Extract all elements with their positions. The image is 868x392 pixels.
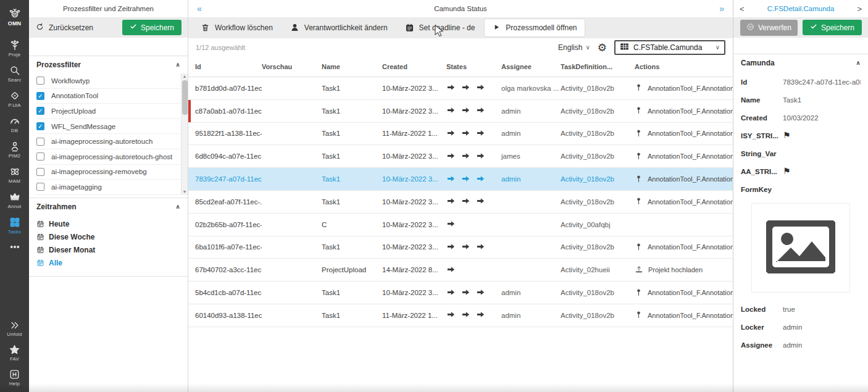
filter-option-wfl-sendmessage[interactable]: ✓WFL_SendMessage [36, 119, 180, 135]
column-header-states[interactable]: States [446, 63, 501, 70]
sidebar-item-searc[interactable]: Searc [0, 60, 29, 86]
table-view-select[interactable]: C.FSTable.Camunda ∨ [614, 40, 725, 55]
column-header-vorschau[interactable]: Vorschau [262, 63, 322, 70]
sidebar-item-db[interactable]: DB [0, 111, 29, 136]
row-action[interactable]: AnnotationTool_F.AnnotationTool_Op... [635, 197, 733, 206]
time-option-alle[interactable]: Alle [36, 257, 188, 270]
table-row[interactable]: c87a0ab1-a07d-11ec...Task110-März-2022 3… [188, 100, 733, 123]
row-action-label: AnnotationTool_F.AnnotationTool_Op... [648, 243, 733, 251]
row-action[interactable]: Projekt hochladen [635, 265, 733, 275]
detail-title: C.FSDetail.Camunda [767, 5, 835, 12]
collapse-left-button[interactable]: « [197, 4, 202, 14]
state-arrow-icon [446, 174, 456, 185]
column-header-name[interactable]: Name [322, 63, 382, 70]
column-header-taskdefinition-[interactable]: TaskDefinition... [561, 63, 635, 70]
checkbox[interactable]: ✓ [36, 122, 44, 130]
table-row[interactable]: 6ba101f6-a07e-11ec-...Task110-März-2022 … [188, 236, 733, 259]
sidebar-item-annot[interactable]: Annot [0, 187, 29, 212]
checkbox[interactable]: ✓ [36, 107, 44, 115]
toolbar-button-label: Set deadline - de [419, 23, 475, 32]
sidebar-item-unfold[interactable]: Unfold [0, 316, 29, 340]
scrollbar-up-icon[interactable]: ▲ [182, 73, 188, 80]
row-action[interactable]: AnnotationTool_F.AnnotationTool_Op... [635, 243, 733, 252]
column-header-assignee[interactable]: Assignee [501, 63, 561, 70]
filter-option-projectupload[interactable]: ✓ProjectUpload [36, 104, 180, 119]
detail-save-button[interactable]: Speichern [803, 20, 862, 35]
time-option-diese-woche[interactable]: Diese Woche [36, 231, 188, 244]
checkbox[interactable] [36, 152, 44, 161]
row-action[interactable]: AnnotationTool_F.AnnotationTool_Op... [635, 129, 733, 138]
table-row[interactable]: 951822f1-a138-11ec-...Task111-März-2022 … [188, 123, 733, 146]
reset-button[interactable]: Zurücksetzen [35, 22, 93, 33]
camunda-section-header[interactable]: Camunda ∧ [733, 54, 868, 72]
filter-list-scrollbar[interactable]: ▲ ▼ [181, 73, 188, 195]
language-select[interactable]: English ∨ [558, 43, 590, 52]
sidebar: OMN ProjeSearcP.UiADBPIM2MAMAnnotTasks U… [0, 0, 29, 392]
chevron-down-icon: ∨ [716, 44, 720, 51]
checkbox[interactable] [36, 138, 44, 146]
table-row[interactable]: 7839c247-a07d-11ec...Task110-März-2022 3… [188, 168, 733, 191]
filter-save-button[interactable]: Speichern [122, 20, 182, 35]
detail-field-label: AA_STRI... [741, 168, 783, 175]
row-action[interactable]: AnnotationTool_F.AnnotationTool_Op... [635, 288, 733, 298]
filter-option-ai-imagetagging[interactable]: ai-imagetagging [36, 180, 180, 195]
scrollbar-thumb[interactable] [182, 80, 188, 115]
table-row[interactable]: 02b2b65b-a07f-11ec-...C10-März-2022 3...… [188, 214, 733, 236]
sidebar-item-pim2[interactable]: PIM2 [0, 136, 29, 162]
filter-option-annotationtool[interactable]: ✓AnnotationTool [36, 89, 180, 104]
state-arrow-icon [461, 106, 470, 116]
filter-panel-title: Prozessfilter und Zeitrahmen [29, 0, 188, 17]
sidebar-item-proje[interactable]: Proje [0, 35, 29, 60]
sidebar-item-p-uia[interactable]: P.UiA [0, 86, 29, 111]
checkbox[interactable] [36, 183, 44, 191]
filter-option-ai-imageprocessing-autoretouch[interactable]: ai-imageprocessing-autoretouch [36, 134, 180, 149]
zeitrahmen-section-header[interactable]: Zeitrahmen ∧ [29, 198, 188, 215]
prev-record-button[interactable]: < [740, 4, 745, 14]
sidebar-item-mam[interactable]: MAM [0, 162, 29, 187]
row-action[interactable]: AnnotationTool_F.AnnotationTool_Op... [635, 152, 733, 161]
table-row[interactable]: 85cd2eaf-a07f-11ec-...Task110-März-2022 … [188, 191, 733, 214]
state-arrow-icon [446, 310, 456, 320]
gear-icon[interactable]: ⚙ [598, 43, 607, 53]
row-action[interactable]: AnnotationTool_F.AnnotationTool_Op... [635, 175, 733, 184]
filter-option-ai-imageprocessing-removebg[interactable]: ai-imageprocessing-removebg [36, 165, 180, 180]
sidebar-item-help[interactable]: Help [0, 365, 29, 390]
row-action[interactable]: AnnotationTool_F.AnnotationTool_Op... [635, 106, 733, 115]
time-option-heute[interactable]: Heute [36, 218, 188, 231]
detail-field-label: FormKey [741, 186, 783, 193]
set-deadline-de-button[interactable]: Set deadline - de [398, 19, 483, 37]
verantwortlichkeit-ndern-button[interactable]: Verantwortlichkeit ändern [283, 19, 395, 37]
checkbox[interactable] [36, 77, 44, 85]
sidebar-item-fav[interactable]: FAV [0, 340, 29, 365]
discard-button[interactable]: Verwerfen [740, 20, 798, 36]
prozessfilter-section-header[interactable]: Prozessfilter ∧ [29, 56, 188, 73]
sidebar-item-tasks[interactable]: Tasks [0, 212, 29, 238]
checkbox[interactable] [36, 168, 44, 176]
collapse-right-button[interactable]: » [719, 4, 724, 14]
table-row[interactable]: b781dd0d-a07d-11ec...Task110-März-2022 3… [188, 77, 733, 100]
column-header-actions[interactable]: Actions [635, 63, 733, 70]
table-row[interactable]: 67b40702-a3cc-11ec-...✓ProjectUpload14-M… [188, 259, 733, 281]
butterfly-icon [9, 165, 21, 178]
filter-option-ai-imageprocessing-autoretouch-ghost[interactable]: ai-imageprocessing-autoretouch-ghost [36, 149, 180, 165]
detail-field-value: admin [783, 323, 802, 331]
table-row[interactable]: 5b4cd1cb-a07d-11ec-...Task110-März-2022 … [188, 281, 733, 304]
prozessmodell-ffnen-button[interactable]: Prozessmodell öffnen [485, 19, 584, 36]
next-record-button[interactable]: > [857, 4, 862, 14]
scrollbar-down-icon[interactable]: ▼ [182, 189, 188, 195]
checkbox[interactable]: ✓ [36, 92, 44, 100]
row-action[interactable]: AnnotationTool_F.AnnotationTool_Op... [635, 311, 733, 320]
row-created: 11-März-2022 1... [382, 312, 446, 319]
row-action[interactable]: AnnotationTool_F.AnnotationTool_Op... [635, 83, 733, 93]
column-header-created[interactable]: Created [382, 63, 446, 70]
column-header-id[interactable]: Id [195, 63, 262, 70]
calendar-sm-icon [36, 246, 44, 255]
workflow-l-schen-button[interactable]: Workflow löschen [193, 19, 280, 37]
filter-option-workflowtyp[interactable]: Workflowtyp [36, 73, 180, 89]
sidebar-logo[interactable]: OMN [0, 4, 29, 35]
table-row[interactable]: 60140d93-a138-11ec...Task111-März-2022 1… [188, 304, 733, 327]
sidebar-item-more[interactable] [0, 238, 29, 256]
table-row[interactable]: 6d8c094c-a07e-11ec-...Task110-März-2022 … [188, 145, 733, 168]
filter-option-label: ai-imageprocessing-autoretouch-ghost [51, 153, 172, 161]
time-option-dieser-monat[interactable]: Dieser Monat [36, 244, 188, 257]
